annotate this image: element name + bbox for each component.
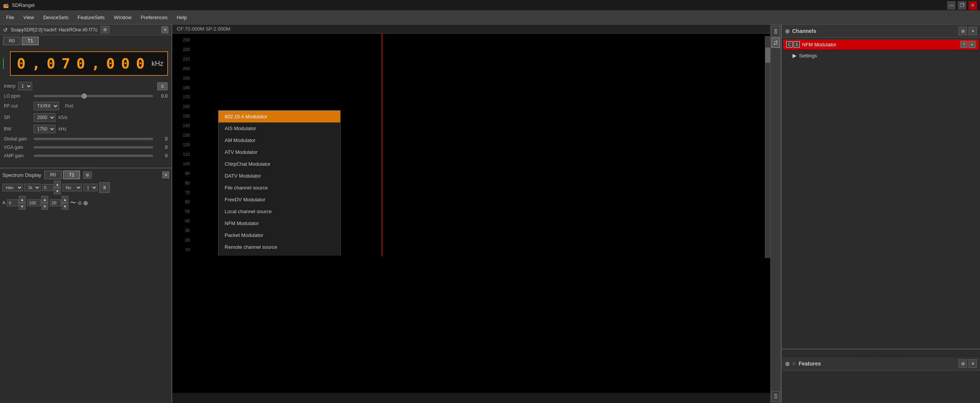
spectrum-tab-t1[interactable]: T1 bbox=[63, 171, 80, 179]
dropdown-item-7[interactable]: FreeDV Modulator bbox=[219, 194, 340, 206]
ch-icon-c[interactable]: C bbox=[786, 41, 792, 47]
close-window-button[interactable]: ✕ bbox=[969, 1, 977, 10]
sr-label: SR bbox=[4, 115, 31, 120]
expand-device-button[interactable]: ⊞ bbox=[101, 26, 109, 33]
val1-input[interactable] bbox=[7, 199, 18, 206]
features-close-button[interactable]: ✕ bbox=[969, 359, 977, 368]
amp-gain-slider[interactable] bbox=[34, 155, 153, 157]
features-header: ⊕ ☆ Features ⊞ ✕ bbox=[782, 357, 980, 370]
y-label-30: 30 bbox=[174, 228, 190, 233]
settings-label[interactable]: Settings bbox=[799, 53, 817, 59]
ch-icon-s[interactable]: S bbox=[794, 41, 800, 47]
menu-view[interactable]: View bbox=[19, 13, 39, 22]
close-device-button[interactable]: ✕ bbox=[161, 26, 168, 33]
sr-select[interactable]: 200040008000 bbox=[34, 113, 55, 122]
val1-down[interactable]: ▼ bbox=[19, 203, 26, 210]
x-button[interactable]: X bbox=[157, 82, 168, 90]
menu-featuresets[interactable]: FeatureSets bbox=[73, 13, 109, 22]
avg-input[interactable] bbox=[42, 184, 54, 191]
menu-help[interactable]: Help bbox=[172, 13, 192, 22]
bw-select[interactable]: 175020002500 bbox=[34, 125, 55, 133]
val1-up[interactable]: ▲ bbox=[19, 196, 26, 203]
spectrum-controls: HanRecHam 1k2k4k ▲ ▼ NoMovMax 124 bbox=[2, 181, 169, 194]
reload-icon: ↺ bbox=[3, 27, 8, 33]
lo-ppm-slider[interactable] bbox=[34, 95, 153, 97]
menu-devicesets[interactable]: DeviceSets bbox=[39, 13, 73, 22]
resize-handle[interactable]: · · · · · · · · · bbox=[0, 160, 171, 168]
tab-t1[interactable]: T1 bbox=[22, 37, 39, 45]
dropdown-item-10[interactable]: Packet Modulator bbox=[219, 229, 340, 241]
interp-label: Interp bbox=[4, 83, 16, 89]
count-select[interactable]: 124 bbox=[83, 184, 98, 191]
dropdown-item-0[interactable]: 802.15.4 Modulator bbox=[219, 111, 340, 122]
app-title: SDRangel bbox=[12, 2, 34, 8]
interp-select[interactable]: 1248 bbox=[18, 82, 32, 90]
val2-down[interactable]: ▼ bbox=[41, 203, 48, 210]
y-label-90: 90 bbox=[174, 171, 190, 176]
spectrum-expand-button[interactable]: ⊞ bbox=[83, 171, 92, 179]
window-select[interactable]: HanRecHam bbox=[2, 184, 23, 191]
minimize-button[interactable]: — bbox=[947, 1, 956, 10]
waterfall-display[interactable] bbox=[172, 256, 770, 393]
pause-button[interactable]: ⏸ bbox=[99, 182, 110, 193]
global-gain-slider[interactable] bbox=[34, 138, 153, 140]
start-stop-button[interactable] bbox=[3, 58, 4, 69]
channels-close-button[interactable]: ✕ bbox=[969, 27, 977, 35]
val3-down[interactable]: ▼ bbox=[62, 203, 68, 210]
frequency-line bbox=[382, 34, 382, 256]
mode-select[interactable]: NoMovMax bbox=[62, 184, 82, 191]
maximize-button[interactable]: ❐ bbox=[958, 1, 966, 10]
dropdown-item-4[interactable]: ChirpChat Modulator bbox=[219, 158, 340, 170]
spectrum-controls-2: A ▲ ▼ ▲ ▼ bbox=[2, 196, 169, 210]
lo-ppm-value: 0.0 bbox=[156, 93, 168, 99]
device-header: ↺ SoapySDR[2:0] hackrf: HackROne #0 f77c… bbox=[0, 24, 171, 35]
vert-tab-r0[interactable]: R0 bbox=[771, 26, 780, 37]
menu-file[interactable]: File bbox=[2, 13, 19, 22]
nfm-question-button[interactable]: ? bbox=[960, 41, 967, 48]
dropdown-item-5[interactable]: DATV Modulator bbox=[219, 170, 340, 182]
channels-resize-handle[interactable]: · · · · · · · · · · · · · bbox=[782, 349, 980, 357]
side-dots-handle[interactable]: · · · bbox=[772, 217, 779, 223]
val2-up[interactable]: ▲ bbox=[41, 196, 48, 203]
bw-label: BW bbox=[4, 126, 31, 132]
amp-gain-value: 0 bbox=[156, 153, 168, 158]
dropdown-item-11[interactable]: Remote channel source bbox=[219, 241, 340, 253]
val2-input[interactable] bbox=[27, 199, 41, 206]
rf-out-select[interactable]: TX/RXRX bbox=[34, 102, 59, 110]
crosshair-icon[interactable]: ⊕ bbox=[83, 199, 88, 207]
tab-r0[interactable]: R0 bbox=[3, 37, 20, 45]
dropdown-item-1[interactable]: AIS Modulator bbox=[219, 122, 340, 134]
dropdown-item-12[interactable]: SSB Modulator bbox=[219, 253, 340, 256]
avg-up-button[interactable]: ▲ bbox=[54, 181, 61, 188]
spectrum-tab-r0[interactable]: R0 bbox=[44, 171, 62, 179]
fft-select[interactable]: 1k2k4k bbox=[24, 184, 41, 191]
rf-out-row: RF out TX/RXRX Port bbox=[0, 100, 171, 112]
val3-up[interactable]: ▲ bbox=[62, 196, 68, 203]
nfm-close-button[interactable]: ✕ bbox=[969, 41, 975, 48]
nfm-channel-name: NFM Modulator bbox=[802, 42, 958, 47]
spectrum-canvas[interactable]: 230 220 210 200 190 180 170 160 150 140 … bbox=[172, 34, 770, 256]
dropdown-item-6[interactable]: File channel source bbox=[219, 182, 340, 194]
dropdown-item-8[interactable]: Local channel source bbox=[219, 206, 340, 217]
dropdown-item-9[interactable]: NFM Modulator bbox=[219, 217, 340, 229]
val3-input[interactable] bbox=[50, 199, 61, 206]
channels-plus-icon[interactable]: ⊕ bbox=[785, 28, 790, 35]
features-plus-icon[interactable]: ⊕ bbox=[785, 360, 790, 367]
menu-window[interactable]: Window bbox=[109, 13, 136, 22]
vert-tab-features[interactable]: F0 bbox=[771, 391, 780, 401]
spectrum-scrollbar[interactable] bbox=[765, 36, 770, 258]
channels-header: ⊕ Channels ⊞ ✕ bbox=[782, 24, 980, 38]
vga-gain-slider[interactable] bbox=[34, 146, 153, 148]
dropdown-item-3[interactable]: ATV Modulator bbox=[219, 146, 340, 158]
main-layout: ↺ SoapySDR[2:0] hackrf: HackROne #0 f77c… bbox=[0, 24, 980, 403]
avg-down-button[interactable]: ▼ bbox=[54, 188, 61, 194]
channels-expand-button[interactable]: ⊞ bbox=[959, 27, 967, 35]
dropdown-item-2[interactable]: AM Modulator bbox=[219, 134, 340, 146]
menu-preferences[interactable]: Preferences bbox=[136, 13, 172, 22]
spectrum-close-button[interactable]: ✕ bbox=[162, 171, 169, 178]
features-expand-button[interactable]: ⊞ bbox=[959, 359, 967, 368]
vert-tab-t1[interactable]: T1 bbox=[771, 38, 780, 48]
y-label-190: 190 bbox=[174, 76, 190, 80]
bw-unit: kHz bbox=[59, 126, 85, 132]
sr-row: SR 200040008000 kS/s bbox=[0, 112, 171, 123]
